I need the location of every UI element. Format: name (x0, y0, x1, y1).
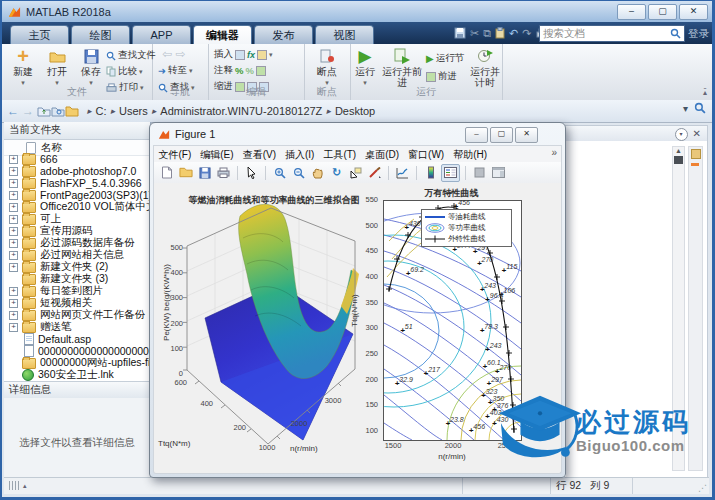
figure-close-button[interactable]: ✕ (515, 127, 538, 143)
warning-marker[interactable] (691, 163, 699, 166)
insert-button[interactable]: 插入fx▾ (214, 48, 273, 61)
figure-menu-item[interactable]: 帮助(H) (449, 148, 492, 162)
expand-icon[interactable]: + (9, 239, 18, 248)
figure-menu-item[interactable]: 桌面(D) (361, 148, 404, 162)
expand-icon[interactable]: + (9, 227, 18, 236)
close-button[interactable]: ✕ (679, 4, 708, 20)
forward-icon[interactable]: → (22, 104, 34, 118)
rotate-3d-icon[interactable]: ↻ (328, 165, 345, 181)
ribbon-collapse-icon[interactable]: ▴̄ (703, 88, 707, 97)
ribbon-tab[interactable]: APP (132, 25, 191, 44)
expand-icon[interactable]: + (9, 215, 18, 224)
folder-up-icon[interactable] (37, 105, 51, 117)
undo-icon[interactable]: ↶ (509, 26, 518, 40)
open-button[interactable]: 打开▾ (40, 46, 74, 88)
expand-icon[interactable]: + (9, 311, 18, 320)
cut-icon[interactable]: ✂ (470, 26, 479, 40)
ribbon-tab[interactable]: 编辑器 (193, 25, 252, 44)
new-figure-icon[interactable] (158, 165, 175, 181)
expand-icon[interactable]: + (9, 263, 18, 272)
file-row[interactable]: +可上 (4, 213, 150, 225)
search-icon[interactable] (670, 28, 681, 39)
compare-button[interactable]: 比较▾ (106, 65, 143, 78)
save-button[interactable]: 保存▾ (74, 46, 108, 88)
expand-icon[interactable]: + (9, 167, 18, 176)
breakpoints-button[interactable]: 断点▾ (310, 46, 344, 88)
brush-icon[interactable] (366, 165, 383, 181)
expand-icon[interactable]: + (9, 191, 18, 200)
status-grip-icon[interactable]: ▴ (9, 481, 27, 490)
expand-icon[interactable]: + (9, 155, 18, 164)
figure-minimize-button[interactable]: ‒ (465, 127, 488, 143)
edit-plot-icon[interactable] (243, 165, 260, 181)
breadcrumb-item[interactable]: ▸Users (107, 105, 148, 117)
file-row[interactable]: +新建文件夹 (3) (4, 273, 150, 285)
file-row[interactable]: +新建文件夹 (2) (4, 261, 150, 273)
figure-menu-item[interactable]: 插入(I) (280, 148, 318, 162)
figure-menu-item[interactable]: 工具(T) (319, 148, 361, 162)
figure-menu-item[interactable]: 编辑(E) (196, 148, 238, 162)
minimize-button[interactable]: ‒ (617, 4, 646, 20)
print-figure-icon[interactable] (215, 165, 232, 181)
goto-button[interactable]: ➜转至▾ (158, 64, 192, 77)
find-files-button[interactable]: 查找文件 (106, 49, 156, 62)
breadcrumb-item[interactable]: ▸C: (83, 105, 107, 117)
zoom-in-icon[interactable] (271, 165, 288, 181)
ribbon-tab[interactable]: 绘图 (71, 25, 130, 44)
file-row[interactable]: +FrontPage2003(SP3)(1) (4, 189, 150, 201)
run-advance-button[interactable]: 运行并前进 (382, 46, 422, 88)
expand-icon[interactable]: + (9, 299, 18, 308)
file-row[interactable]: +宣传用源码 (4, 225, 150, 237)
ribbon-tab[interactable]: 视图 (315, 25, 374, 44)
doc-search-box[interactable]: 搜索文档 (539, 25, 685, 42)
figure-menu-item[interactable]: 查看(V) (238, 148, 280, 162)
comment-button[interactable]: 注释%% (214, 64, 266, 77)
figure-maximize-button[interactable]: ▢ (490, 127, 513, 143)
advance-button[interactable]: 前进 (426, 70, 457, 83)
expand-icon[interactable]: + (9, 323, 18, 332)
run-time-button[interactable]: 运行并计时 (468, 46, 502, 88)
message-summary-icon[interactable] (691, 149, 701, 159)
file-row[interactable]: +360安全卫士.lnk (4, 369, 150, 381)
file-row[interactable]: +FlashFXP_5.4.0.3966 (4, 177, 150, 189)
plot-tools-off-icon[interactable] (471, 165, 488, 181)
expand-icon[interactable]: + (9, 287, 18, 296)
maximize-button[interactable]: ▢ (648, 4, 677, 20)
back-icon[interactable]: ← (7, 104, 19, 118)
pan-icon[interactable] (309, 165, 326, 181)
open-file-icon[interactable] (177, 165, 194, 181)
run-section-button[interactable]: ▶运行节 (426, 52, 464, 65)
ribbon-tab[interactable]: 发布 (254, 25, 313, 44)
pane-close-icon[interactable]: ✕ (693, 129, 701, 139)
save-figure-icon[interactable] (196, 165, 213, 181)
file-row[interactable]: +0000000000000000000000... (4, 345, 150, 357)
ribbon-tab[interactable]: 主页 (10, 25, 69, 44)
address-dropdown-icon[interactable]: ▾ (683, 103, 688, 114)
breadcrumb-item[interactable]: ▸Administrator.WIN7U-20180127Z (148, 105, 323, 117)
run-button[interactable]: ▶运行▾ (350, 46, 380, 88)
address-search-icon[interactable] (694, 102, 706, 114)
link-plot-icon[interactable] (394, 165, 411, 181)
expand-icon[interactable]: + (9, 251, 18, 260)
resize-grip-icon[interactable]: ⋰ (698, 483, 707, 493)
insert-colorbar-icon[interactable] (422, 165, 439, 181)
figure-menu-item[interactable]: 文件(F) (154, 148, 196, 162)
file-row[interactable]: +必过网站相关信息 (4, 249, 150, 261)
file-row[interactable]: +网站网页文件工作备份 (4, 309, 150, 321)
expand-icon[interactable]: + (9, 179, 18, 188)
expand-icon[interactable]: + (9, 203, 18, 212)
file-row[interactable]: +00000000网站-upfiles-fil... (4, 357, 150, 369)
paste-icon[interactable] (495, 27, 505, 39)
back-forward-icons[interactable]: ⇦ ⇨ (162, 47, 185, 61)
scrollbar-thumb[interactable] (674, 156, 683, 164)
data-cursor-icon[interactable] (347, 165, 364, 181)
pane-actions-icon[interactable]: ▾ (675, 128, 688, 141)
file-row[interactable]: +每日签到图片 (4, 285, 150, 297)
file-row[interactable]: +adobe-photoshop7.0 (4, 165, 150, 177)
breadcrumb-item[interactable]: ▸Desktop (322, 105, 375, 117)
insert-legend-icon[interactable] (441, 164, 460, 182)
signin-link[interactable]: 登录 (688, 27, 709, 41)
save-icon[interactable] (454, 27, 466, 39)
file-row[interactable]: +短视频相关 (4, 297, 150, 309)
redo-icon[interactable]: ↷ (522, 26, 531, 40)
